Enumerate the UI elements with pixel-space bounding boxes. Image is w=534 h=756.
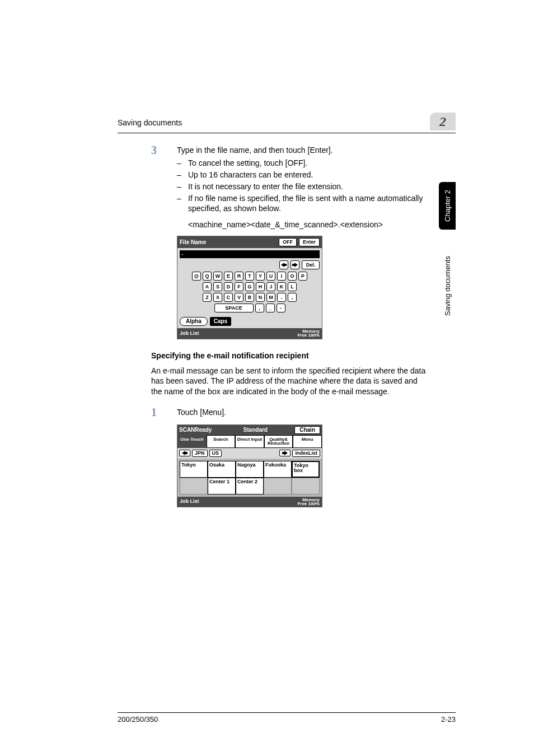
nav-jpn[interactable]: JPN [192,450,208,457]
memory-indicator: Memory Free 100% [297,498,320,506]
dest-cell-empty[interactable] [264,478,292,494]
alpha-button[interactable]: Alpha [180,317,208,326]
dest-cell-empty[interactable] [180,478,208,494]
key[interactable]: , [288,293,297,302]
job-list-button[interactable]: Job List [180,331,199,336]
note-item: To cancel the setting, touch [OFF]. [177,158,428,169]
key[interactable]: _ [266,304,275,312]
key[interactable]: Q [203,272,212,281]
arrow-right-button[interactable] [291,260,299,269]
space-key[interactable]: SPACE [214,304,254,312]
step-3-text: Type in the file name, and then touch [E… [177,145,428,156]
step-3: 3 Type in the file name, and then touch … [151,143,428,231]
standard-label: Standard [218,427,292,433]
key[interactable]: B [245,293,254,302]
header-title: Saving documents [118,118,182,127]
svg-marker-1 [292,263,298,267]
note-item: It is not necessary to enter the file ex… [177,181,428,192]
key[interactable]: A [203,282,212,291]
step-3-notes: To cancel the setting, touch [OFF]. Up t… [177,158,428,214]
step-1-text: Touch [Menu]. [177,405,428,420]
key[interactable]: I [277,272,286,281]
key[interactable]: Y [256,272,265,281]
nav-us[interactable]: US [209,450,222,457]
dest-cell[interactable]: Nagoya [236,461,264,478]
key[interactable]: Z [203,293,212,302]
key[interactable]: G [245,282,254,291]
enter-button[interactable]: Enter [299,238,320,246]
key[interactable]: . [277,293,286,302]
step-1: 1 Touch [Menu]. [151,405,428,420]
page-header: Saving documents 2 [118,115,456,133]
index-list-button[interactable]: IndexList [292,450,320,457]
key[interactable]: O [288,272,297,281]
filename-input[interactable]: - [180,250,320,258]
caps-button[interactable]: Caps [210,317,231,326]
tab-search[interactable]: Search [207,435,236,447]
side-tab-chapter: Chapter 2 [439,182,456,230]
filename-format: <machine_name><date_&_time_scanned>.<ext… [177,220,428,230]
key[interactable]: @ [192,272,201,281]
key[interactable]: N [256,293,265,302]
off-button[interactable]: OFF [279,238,297,246]
key[interactable]: H [256,282,265,291]
key[interactable]: W [213,272,222,281]
memory-indicator: Memory Free 100% [297,329,320,337]
cursor: - [181,251,183,257]
dest-cell-selected[interactable]: Tokyo box [292,461,320,478]
key[interactable]: S [213,282,222,291]
key[interactable]: E [224,272,233,281]
svg-marker-0 [281,263,287,267]
arrow-left-icon [281,263,287,267]
step-number: 1 [151,405,161,420]
key[interactable]: K [277,282,286,291]
svg-marker-3 [282,451,288,455]
tab-direct-input[interactable]: Direct Input [235,435,264,447]
key[interactable]: F [235,282,243,291]
filename-panel: File Name OFF Enter - Del. [177,236,322,339]
arrow-left-icon [182,451,188,455]
dest-cell[interactable]: Center 1 [208,478,236,494]
arrow-left-button[interactable] [279,260,288,269]
key[interactable]: - [277,304,285,312]
chapter-number-badge: 2 [430,113,456,130]
job-list-button[interactable]: Job List [180,499,199,504]
scan-ready-panel: SCANReady Standard Chain One-Touch Searc… [177,424,322,507]
dest-cell[interactable]: Center 2 [236,478,264,494]
side-tab-section: Saving documents [439,244,456,328]
dest-cell-empty[interactable] [292,478,320,494]
arrow-right-icon [282,451,288,455]
key[interactable]: X [213,293,222,302]
key[interactable]: J [266,282,275,291]
dest-cell[interactable]: Osaka [208,461,236,478]
page-footer: 200/250/350 2-23 [118,712,456,724]
key[interactable]: U [266,272,275,281]
key[interactable]: , [255,304,264,312]
note-item: Up to 16 characters can be entered. [177,170,428,180]
key[interactable]: L [288,282,297,291]
footer-page-number: 2-23 [441,715,456,724]
dest-cell[interactable]: Tokyo [180,461,208,478]
tab-bar: One-Touch Search Direct Input Quality& R… [177,435,322,447]
note-item: If no file name is specified, the file i… [177,193,428,214]
tab-menu[interactable]: Menu [293,435,322,447]
chain-button[interactable]: Chain [294,426,320,434]
section-paragraph: An e-mail message can be sent to inform … [151,366,428,398]
nav-prev-button[interactable] [179,450,190,456]
key[interactable]: T [245,272,254,281]
key[interactable]: C [224,293,233,302]
delete-button[interactable]: Del. [302,260,320,269]
key[interactable]: V [235,293,243,302]
tab-quality-reduction[interactable]: Quality& Reduction [264,435,293,447]
panel-title: File Name [180,240,277,245]
section-heading: Specifying the e-mail notification recip… [151,351,428,361]
key[interactable]: D [224,282,233,291]
tab-one-touch[interactable]: One-Touch [177,435,207,447]
key[interactable]: P [298,272,307,281]
key[interactable]: M [266,293,275,302]
key[interactable]: R [235,272,243,281]
scan-ready-label: SCANReady [179,427,216,433]
nav-next-button[interactable] [279,450,291,456]
arrow-right-icon [292,263,298,267]
dest-cell[interactable]: Fukuoka [264,461,292,478]
